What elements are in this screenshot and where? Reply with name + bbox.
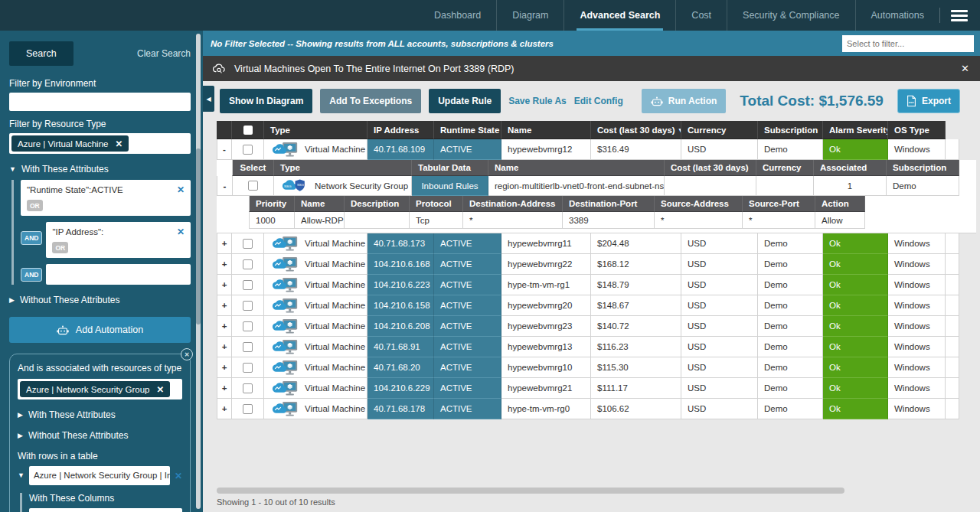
nsg-expand-toggle[interactable]: -: [217, 176, 232, 196]
top-nav: DashboardDiagramAdvanced SearchCostSecur…: [0, 0, 980, 31]
nsg-column-header-subscription[interactable]: Subscription: [887, 160, 959, 176]
expand-row-toggle[interactable]: +: [217, 378, 232, 399]
column-header-cost-last-30-days[interactable]: Cost (last 30 days)▾: [591, 121, 681, 139]
expand-row-toggle[interactable]: +: [217, 275, 232, 295]
chevron-down-icon: [9, 166, 16, 173]
vm-cost-cell: $204.48: [591, 233, 681, 254]
show-in-diagram-button[interactable]: Show In Diagram: [220, 89, 312, 113]
sidebar-scrollbar[interactable]: [196, 34, 201, 509]
nsg-column-header-type[interactable]: Type: [274, 160, 412, 176]
resource-type-chip[interactable]: Azure | Virtual Machine: [11, 135, 129, 152]
collapse-sidebar-icon[interactable]: ◀: [203, 86, 214, 112]
horizontal-scrollbar[interactable]: [217, 488, 844, 494]
export-label: Export: [922, 96, 951, 106]
nsg-column-header-select[interactable]: Select: [232, 160, 274, 176]
nav-tab-diagram[interactable]: Diagram: [496, 0, 564, 31]
column-header-os-type[interactable]: OS Type: [888, 121, 946, 139]
column-header-subscription[interactable]: Subscription: [758, 121, 823, 139]
nsg-column-header-currency[interactable]: Currency: [756, 160, 814, 176]
export-file-icon: csv: [906, 95, 916, 107]
expand-row-toggle[interactable]: -: [217, 139, 232, 160]
expand-row-toggle[interactable]: +: [217, 295, 232, 316]
nav-tab-automations[interactable]: Automations: [855, 0, 939, 31]
add-automation-label: Add Automation: [76, 324, 143, 335]
attribute-filter-box[interactable]: "IP Address": OR: [46, 222, 191, 258]
nsg-row-checkbox[interactable]: [248, 181, 258, 191]
associated-resource-type-input[interactable]: Azure | Network Security Group: [18, 379, 182, 399]
vm-row: +Virtual Machine40.71.68.20ACTIVEhypeweb…: [217, 357, 980, 378]
nav-tab-security-compliance[interactable]: Security & Compliance: [727, 0, 854, 31]
column-filter-box[interactable]: Action:Allow OR: [29, 508, 182, 512]
export-button[interactable]: csv Export: [897, 89, 960, 113]
run-action-label: Run Action: [668, 96, 717, 106]
close-rule-icon[interactable]: ✕: [961, 63, 969, 74]
row-checkbox[interactable]: [243, 363, 253, 373]
search-button[interactable]: Search: [9, 41, 74, 66]
nsg-column-header-associated[interactable]: Associated: [814, 160, 887, 176]
add-automation-button[interactable]: Add Automation: [9, 317, 191, 343]
remove-associated-resource-icon[interactable]: [157, 384, 165, 395]
add-to-exceptions-button[interactable]: Add To Exceptions: [320, 89, 421, 113]
row-checkbox[interactable]: [243, 280, 253, 290]
chevron-down-icon[interactable]: [18, 472, 24, 479]
assoc-with-attributes-toggle[interactable]: With These Attributes: [18, 409, 182, 420]
expand-row-toggle[interactable]: +: [217, 254, 232, 275]
without-attributes-label: Without These Attributes: [20, 295, 120, 305]
or-badge[interactable]: OR: [27, 200, 43, 211]
assoc-without-attributes-toggle[interactable]: Without These Attributes: [18, 430, 182, 441]
expand-row-toggle[interactable]: +: [217, 357, 232, 378]
nsg-column-header-cost-last-30-days[interactable]: Cost (last 30 days): [665, 160, 756, 176]
column-header-runtime-state[interactable]: Runtime State: [434, 121, 501, 139]
expand-row-toggle[interactable]: +: [217, 316, 232, 337]
row-checkbox[interactable]: [243, 301, 253, 311]
table-selection-input[interactable]: Azure | Network Security Group | Inboun.…: [29, 466, 170, 485]
row-checkbox[interactable]: [243, 259, 253, 269]
clear-search-link[interactable]: Clear Search: [137, 48, 191, 59]
nav-tab-advanced-search[interactable]: Advanced Search: [564, 0, 675, 31]
remove-attribute-icon[interactable]: [177, 227, 185, 237]
run-action-button[interactable]: Run Action: [642, 89, 727, 113]
expand-row-toggle[interactable]: +: [217, 337, 232, 357]
row-checkbox[interactable]: [243, 145, 253, 155]
column-header-type[interactable]: Type: [264, 121, 368, 139]
save-rule-as-link[interactable]: Save Rule As: [508, 96, 567, 106]
hamburger-menu-icon[interactable]: [951, 10, 968, 21]
nsg-column-header-name[interactable]: Name: [488, 160, 665, 176]
remove-attribute-icon[interactable]: [177, 184, 185, 195]
vm-runtime-state-cell: ACTIVE: [434, 316, 501, 337]
with-attributes-section-toggle[interactable]: With These Attributes: [9, 164, 191, 174]
column-header-alarm-severity[interactable]: Alarm Severity: [823, 121, 888, 139]
row-checkbox[interactable]: [243, 404, 253, 414]
attribute-filter-box[interactable]: "Runtime State":ACTIVE OR: [21, 180, 191, 216]
account-filter-input[interactable]: [842, 35, 974, 52]
row-checkbox[interactable]: [243, 342, 253, 352]
remove-resource-type-icon[interactable]: [115, 139, 122, 149]
select-all-checkbox[interactable]: [243, 126, 253, 135]
remove-table-selection-icon[interactable]: [175, 471, 182, 481]
column-header-ip-address[interactable]: IP Address: [368, 121, 434, 139]
filter-resource-type-input[interactable]: Azure | Virtual Machine: [9, 133, 191, 154]
select-column-header[interactable]: [232, 121, 264, 139]
expand-row-toggle[interactable]: +: [217, 399, 232, 419]
column-header-name[interactable]: Name: [501, 121, 591, 139]
close-panel-icon[interactable]: [181, 348, 193, 360]
edit-config-link[interactable]: Edit Config: [574, 96, 623, 106]
filter-environment-input[interactable]: [9, 93, 191, 111]
sidebar-scrollbar-thumb[interactable]: [196, 148, 201, 324]
row-checkbox[interactable]: [243, 239, 253, 249]
without-attributes-section-toggle[interactable]: Without These Attributes: [9, 295, 191, 305]
nav-tab-cost[interactable]: Cost: [675, 0, 727, 31]
row-checkbox[interactable]: [243, 321, 253, 331]
vm-currency-cell: USD: [681, 254, 758, 275]
update-rule-button[interactable]: Update Rule: [429, 89, 501, 113]
nsg-tabular-data-cell[interactable]: Inbound Rules: [412, 176, 488, 196]
column-header-currency[interactable]: Currency: [681, 121, 758, 139]
associated-resource-chip[interactable]: Azure | Network Security Group: [20, 381, 170, 397]
attribute-filter-box-empty[interactable]: [46, 264, 191, 285]
nav-tab-dashboard[interactable]: Dashboard: [419, 0, 496, 31]
row-checkbox[interactable]: [243, 383, 253, 393]
nsg-column-header-tabular-data[interactable]: Tabular Data: [412, 160, 488, 176]
or-badge[interactable]: OR: [52, 242, 68, 253]
vm-row: +Virtual Machine104.210.6.208ACTIVEhypew…: [217, 316, 980, 337]
expand-row-toggle[interactable]: +: [217, 233, 232, 254]
